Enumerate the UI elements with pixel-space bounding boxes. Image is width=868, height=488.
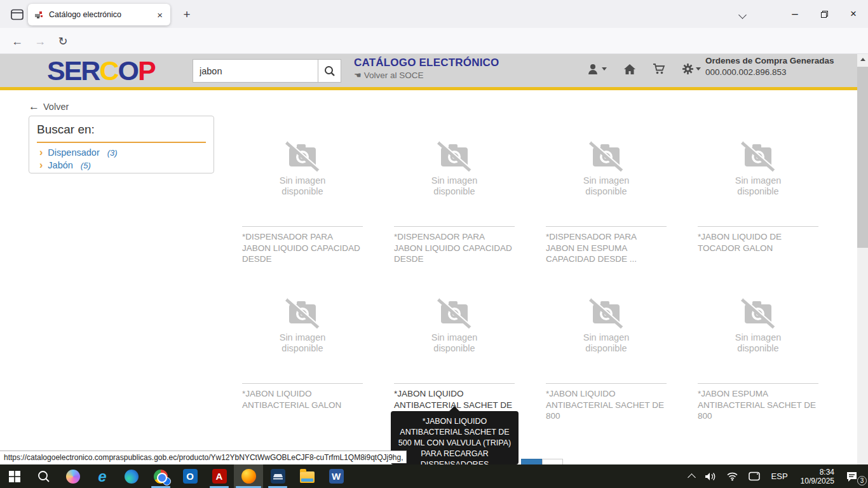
taskbar-copilot-button[interactable]	[58, 464, 88, 488]
no-image-text: Sin imagen	[583, 175, 630, 186]
status-url: https://catalogoelectronico.compraspubli…	[0, 451, 407, 463]
no-image-placeholder: Sin imagendisponible	[698, 295, 818, 359]
scroll-up-icon[interactable]	[857, 54, 868, 65]
new-tab-button[interactable]: +	[178, 6, 196, 24]
tray-device-button[interactable]	[743, 464, 765, 488]
product-card[interactable]: Sin imagendisponible *JABON LIQUIDO DE T…	[698, 139, 818, 285]
no-image-placeholder: Sin imagendisponible	[242, 139, 363, 202]
taskbar-ie-button[interactable]: e	[88, 464, 117, 488]
taskbar-explorer-button[interactable]	[292, 464, 322, 488]
category-item[interactable]: › Dispensador (3)	[37, 147, 206, 158]
browser-toolbar: ← → ↻ https://catalogoelectronico.compra…	[0, 28, 868, 54]
taskbar-edge-button[interactable]	[117, 464, 146, 488]
search-button[interactable]	[318, 59, 341, 83]
cart-button[interactable]	[653, 63, 665, 75]
tray-volume-button[interactable]	[700, 464, 721, 488]
product-title[interactable]: *DISPENSADOR PARA JABON LIQUIDO CAPACIDA…	[394, 231, 515, 265]
wifi-icon	[726, 471, 738, 481]
no-camera-icon	[283, 139, 322, 174]
product-card[interactable]: Sin imagendisponible *JABON LIQUIDO ANTI…	[546, 295, 667, 442]
product-card[interactable]: Sin imagendisponible *JABON ESPUMA ANTIB…	[698, 295, 818, 442]
notification-icon	[846, 471, 858, 482]
category-count: (3)	[107, 148, 118, 158]
minimize-button[interactable]: –	[780, 0, 810, 28]
product-title[interactable]: *DISPENSADOR PARA JABON LIQUIDO CAPACIDA…	[242, 231, 363, 265]
category-link[interactable]: Dispensador	[48, 147, 99, 158]
no-image-placeholder: Sin imagendisponible	[394, 139, 515, 202]
notification-center-button[interactable]: 3	[841, 464, 868, 488]
category-link[interactable]: Jabón	[48, 160, 73, 170]
user-menu-button[interactable]	[588, 64, 607, 75]
no-camera-icon	[283, 295, 322, 331]
taskbar-chrome-button[interactable]	[146, 464, 175, 488]
taskbar-firefox-button[interactable]	[234, 464, 263, 488]
firefox-view-icon[interactable]	[6, 7, 28, 22]
clock-date: 10/9/2025	[801, 477, 834, 485]
start-button[interactable]	[0, 464, 29, 488]
page-content: ←Volver Buscar en: › Dispensador (3) › J…	[0, 90, 868, 464]
search-in-title: Buscar en:	[37, 123, 206, 143]
cart-icon	[653, 63, 665, 75]
no-image-text: Sin imagen	[280, 332, 326, 343]
no-image-placeholder: Sin imagendisponible	[698, 139, 818, 202]
windows-taskbar: e O A W ESP 8:	[0, 464, 868, 488]
no-image-text: disponible	[280, 186, 326, 197]
speaker-icon	[705, 471, 716, 482]
no-image-text: disponible	[280, 343, 326, 354]
cast-icon	[749, 471, 760, 481]
tray-wifi-button[interactable]	[721, 464, 743, 488]
clock[interactable]: 8:34 10/9/2025	[794, 468, 841, 485]
screen: Catálogo electrónico × + – × ← → ↻ https…	[0, 0, 868, 488]
taskbar-scanner-button[interactable]	[263, 464, 292, 488]
product-title[interactable]: *JABON LIQUIDO ANTIBACTERIAL SACHET DE 8…	[546, 388, 667, 422]
close-button[interactable]: ×	[839, 0, 868, 28]
chevron-up-icon	[688, 473, 696, 482]
forward-button: →	[31, 32, 50, 51]
scrollbar-thumb[interactable]	[857, 67, 868, 248]
internet-explorer-icon: e	[98, 470, 106, 484]
product-title[interactable]: *JABON LIQUIDO DE TOCADOR GALON	[698, 231, 818, 254]
taskbar-outlook-button[interactable]: O	[175, 464, 205, 488]
reload-button[interactable]: ↻	[53, 32, 72, 51]
no-image-text: Sin imagen	[431, 332, 478, 343]
product-card[interactable]: Sin imagendisponible *JABON LIQUIDO ANTI…	[242, 295, 363, 442]
gear-icon	[682, 63, 694, 75]
volver-soce-link[interactable]: ☚Volver al SOCE	[354, 71, 423, 80]
list-all-tabs-icon[interactable]	[740, 9, 747, 17]
no-image-placeholder: Sin imagendisponible	[242, 295, 363, 359]
file-explorer-icon	[300, 471, 315, 483]
page-scrollbar[interactable]	[857, 54, 868, 464]
card-divider	[242, 383, 363, 384]
search-icon	[37, 470, 50, 483]
product-card[interactable]: Sin imagendisponible *DISPENSADOR PARA J…	[546, 139, 667, 285]
product-tooltip: *JABON LIQUIDO ANTIBACTERIAL SACHET DE 5…	[391, 411, 519, 464]
tray-expand-button[interactable]	[684, 464, 700, 488]
tab-close-icon[interactable]: ×	[156, 10, 164, 20]
product-card[interactable]: Sin imagendisponible *DISPENSADOR PARA J…	[242, 139, 363, 285]
product-title[interactable]: *JABON LIQUIDO ANTIBACTERIAL GALON	[242, 388, 363, 410]
caret-down-icon	[602, 67, 607, 71]
product-title[interactable]: *JABON ESPUMA ANTIBACTERIAL SACHET DE 80…	[698, 388, 818, 422]
home-button[interactable]	[623, 64, 636, 75]
edge-icon	[125, 470, 139, 484]
taskbar-search-button[interactable]	[29, 464, 58, 488]
home-icon	[623, 64, 636, 75]
taskbar-acrobat-button[interactable]: A	[205, 464, 234, 488]
browser-tab[interactable]: Catálogo electrónico ×	[28, 4, 170, 25]
settings-menu-button[interactable]	[682, 63, 701, 75]
no-image-text: Sin imagen	[431, 175, 478, 186]
no-image-text: Sin imagen	[280, 175, 326, 186]
category-item[interactable]: › Jabón (5)	[37, 160, 206, 170]
sercop-logo[interactable]: SERCOP	[47, 55, 155, 86]
back-button[interactable]: ←	[8, 32, 27, 51]
restore-button[interactable]	[810, 0, 839, 28]
product-title[interactable]: *DISPENSADOR PARA JABON EN ESPUMA CAPACI…	[546, 231, 667, 265]
taskbar-word-button[interactable]: W	[322, 464, 351, 488]
category-count: (5)	[81, 161, 91, 170]
card-divider	[546, 226, 667, 227]
product-card[interactable]: Sin imagendisponible *DISPENSADOR PARA J…	[394, 139, 515, 285]
back-link[interactable]: ←Volver	[29, 100, 69, 113]
page-title: CATÁLOGO ELECTRÓNICO	[354, 57, 499, 69]
search-input[interactable]	[193, 59, 318, 83]
language-indicator[interactable]: ESP	[765, 471, 794, 481]
